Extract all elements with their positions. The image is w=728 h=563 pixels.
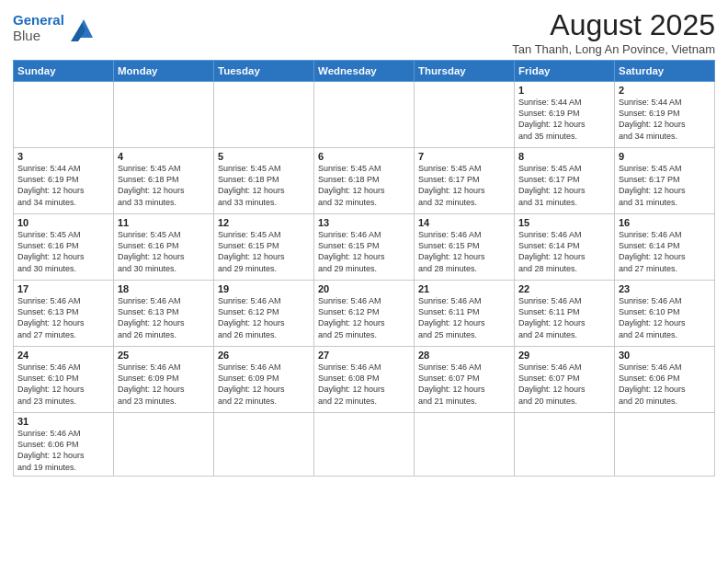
day-number: 22: [518, 283, 610, 294]
calendar-cell: 15Sunrise: 5:46 AM Sunset: 6:14 PM Dayli…: [515, 214, 615, 281]
weekday-header-row: SundayMondayTuesdayWednesdayThursdayFrid…: [14, 61, 715, 82]
logo-icon: [67, 16, 97, 41]
calendar-cell: 11Sunrise: 5:45 AM Sunset: 6:16 PM Dayli…: [114, 214, 214, 281]
calendar-cell: 9Sunrise: 5:45 AM Sunset: 6:17 PM Daylig…: [615, 148, 715, 214]
calendar-cell: [314, 413, 415, 477]
day-info: Sunrise: 5:46 AM Sunset: 6:13 PM Dayligh…: [118, 296, 185, 339]
day-number: 5: [218, 151, 310, 162]
day-info: Sunrise: 5:45 AM Sunset: 6:18 PM Dayligh…: [318, 164, 385, 206]
title-block: August 2025 Tan Thanh, Long An Povince, …: [512, 9, 715, 56]
calendar-cell: [615, 413, 715, 477]
day-info: Sunrise: 5:45 AM Sunset: 6:16 PM Dayligh…: [118, 230, 185, 272]
calendar-week-3: 10Sunrise: 5:45 AM Sunset: 6:16 PM Dayli…: [14, 214, 715, 281]
calendar-cell: 25Sunrise: 5:46 AM Sunset: 6:09 PM Dayli…: [114, 347, 214, 413]
day-number: 16: [619, 217, 711, 228]
day-info: Sunrise: 5:46 AM Sunset: 6:12 PM Dayligh…: [218, 296, 285, 339]
calendar-week-6: 31Sunrise: 5:46 AM Sunset: 6:06 PM Dayli…: [14, 413, 715, 477]
day-number: 8: [518, 151, 610, 162]
day-number: 26: [218, 350, 310, 361]
weekday-header-monday: Monday: [114, 61, 214, 82]
calendar-cell: 28Sunrise: 5:46 AM Sunset: 6:07 PM Dayli…: [415, 347, 515, 413]
day-info: Sunrise: 5:46 AM Sunset: 6:10 PM Dayligh…: [619, 296, 686, 339]
calendar-cell: 20Sunrise: 5:46 AM Sunset: 6:12 PM Dayli…: [314, 281, 415, 347]
calendar-cell: 13Sunrise: 5:46 AM Sunset: 6:15 PM Dayli…: [314, 214, 415, 281]
day-number: 3: [17, 151, 109, 162]
calendar-cell: 7Sunrise: 5:45 AM Sunset: 6:17 PM Daylig…: [415, 148, 515, 214]
calendar-cell: 29Sunrise: 5:46 AM Sunset: 6:07 PM Dayli…: [515, 347, 615, 413]
day-number: 23: [619, 283, 711, 294]
day-info: Sunrise: 5:46 AM Sunset: 6:11 PM Dayligh…: [518, 296, 586, 339]
day-number: 14: [418, 217, 510, 228]
calendar-cell: [14, 82, 114, 148]
calendar-cell: 18Sunrise: 5:46 AM Sunset: 6:13 PM Dayli…: [114, 281, 214, 347]
day-number: 25: [118, 350, 210, 361]
day-number: 1: [518, 85, 610, 96]
calendar-cell: 24Sunrise: 5:46 AM Sunset: 6:10 PM Dayli…: [14, 347, 114, 413]
day-number: 15: [518, 217, 610, 228]
day-number: 31: [17, 416, 109, 427]
day-info: Sunrise: 5:45 AM Sunset: 6:17 PM Dayligh…: [518, 164, 586, 206]
weekday-header-saturday: Saturday: [615, 61, 715, 82]
day-info: Sunrise: 5:46 AM Sunset: 6:06 PM Dayligh…: [619, 362, 686, 405]
day-number: 12: [218, 217, 310, 228]
calendar-cell: 4Sunrise: 5:45 AM Sunset: 6:18 PM Daylig…: [114, 148, 214, 214]
calendar-cell: 5Sunrise: 5:45 AM Sunset: 6:18 PM Daylig…: [214, 148, 314, 214]
day-info: Sunrise: 5:46 AM Sunset: 6:07 PM Dayligh…: [418, 362, 485, 405]
calendar-cell: 22Sunrise: 5:46 AM Sunset: 6:11 PM Dayli…: [515, 281, 615, 347]
calendar-cell: 30Sunrise: 5:46 AM Sunset: 6:06 PM Dayli…: [615, 347, 715, 413]
calendar-cell: 1Sunrise: 5:44 AM Sunset: 6:19 PM Daylig…: [515, 82, 615, 148]
day-info: Sunrise: 5:45 AM Sunset: 6:17 PM Dayligh…: [619, 164, 686, 206]
day-info: Sunrise: 5:46 AM Sunset: 6:09 PM Dayligh…: [218, 362, 285, 405]
day-info: Sunrise: 5:45 AM Sunset: 6:17 PM Dayligh…: [418, 164, 485, 206]
day-number: 30: [619, 350, 711, 361]
day-info: Sunrise: 5:44 AM Sunset: 6:19 PM Dayligh…: [17, 164, 85, 206]
calendar-cell: [114, 82, 214, 148]
calendar-cell: 26Sunrise: 5:46 AM Sunset: 6:09 PM Dayli…: [214, 347, 314, 413]
calendar-cell: 14Sunrise: 5:46 AM Sunset: 6:15 PM Dayli…: [415, 214, 515, 281]
calendar-cell: 23Sunrise: 5:46 AM Sunset: 6:10 PM Dayli…: [615, 281, 715, 347]
day-info: Sunrise: 5:45 AM Sunset: 6:18 PM Dayligh…: [218, 164, 285, 206]
calendar-cell: [214, 82, 314, 148]
day-info: Sunrise: 5:45 AM Sunset: 6:18 PM Dayligh…: [118, 164, 185, 206]
day-info: Sunrise: 5:46 AM Sunset: 6:15 PM Dayligh…: [418, 230, 485, 272]
calendar-cell: 16Sunrise: 5:46 AM Sunset: 6:14 PM Dayli…: [615, 214, 715, 281]
calendar-cell: 3Sunrise: 5:44 AM Sunset: 6:19 PM Daylig…: [14, 148, 114, 214]
weekday-header-friday: Friday: [515, 61, 615, 82]
calendar-cell: 8Sunrise: 5:45 AM Sunset: 6:17 PM Daylig…: [515, 148, 615, 214]
day-info: Sunrise: 5:46 AM Sunset: 6:07 PM Dayligh…: [518, 362, 586, 405]
weekday-header-thursday: Thursday: [415, 61, 515, 82]
day-info: Sunrise: 5:46 AM Sunset: 6:12 PM Dayligh…: [318, 296, 385, 339]
calendar-subtitle: Tan Thanh, Long An Povince, Vietnam: [512, 42, 715, 56]
day-number: 17: [17, 283, 109, 294]
calendar-cell: [114, 413, 214, 477]
header: GeneralBlue August 2025 Tan Thanh, Long …: [13, 9, 715, 56]
logo-text: GeneralBlue: [13, 13, 64, 43]
day-info: Sunrise: 5:46 AM Sunset: 6:15 PM Dayligh…: [318, 230, 385, 272]
calendar-week-5: 24Sunrise: 5:46 AM Sunset: 6:10 PM Dayli…: [14, 347, 715, 413]
calendar-cell: [415, 82, 515, 148]
day-info: Sunrise: 5:46 AM Sunset: 6:08 PM Dayligh…: [318, 362, 385, 405]
day-number: 28: [418, 350, 510, 361]
calendar-week-2: 3Sunrise: 5:44 AM Sunset: 6:19 PM Daylig…: [14, 148, 715, 214]
calendar-table: SundayMondayTuesdayWednesdayThursdayFrid…: [13, 60, 715, 477]
calendar-cell: 10Sunrise: 5:45 AM Sunset: 6:16 PM Dayli…: [14, 214, 114, 281]
day-number: 2: [619, 85, 711, 96]
day-info: Sunrise: 5:46 AM Sunset: 6:09 PM Dayligh…: [118, 362, 185, 405]
day-number: 7: [418, 151, 510, 162]
day-number: 11: [118, 217, 210, 228]
day-info: Sunrise: 5:44 AM Sunset: 6:19 PM Dayligh…: [518, 98, 586, 140]
day-number: 10: [17, 217, 109, 228]
calendar-cell: 6Sunrise: 5:45 AM Sunset: 6:18 PM Daylig…: [314, 148, 415, 214]
day-number: 19: [218, 283, 310, 294]
calendar-cell: [415, 413, 515, 477]
calendar-page: GeneralBlue August 2025 Tan Thanh, Long …: [0, 0, 728, 484]
day-info: Sunrise: 5:46 AM Sunset: 6:06 PM Dayligh…: [17, 429, 85, 471]
calendar-cell: 31Sunrise: 5:46 AM Sunset: 6:06 PM Dayli…: [14, 413, 114, 477]
calendar-week-1: 1Sunrise: 5:44 AM Sunset: 6:19 PM Daylig…: [14, 82, 715, 148]
day-number: 13: [318, 217, 410, 228]
calendar-cell: [314, 82, 415, 148]
calendar-week-4: 17Sunrise: 5:46 AM Sunset: 6:13 PM Dayli…: [14, 281, 715, 347]
day-number: 20: [318, 283, 410, 294]
day-info: Sunrise: 5:45 AM Sunset: 6:15 PM Dayligh…: [218, 230, 285, 272]
calendar-cell: [515, 413, 615, 477]
